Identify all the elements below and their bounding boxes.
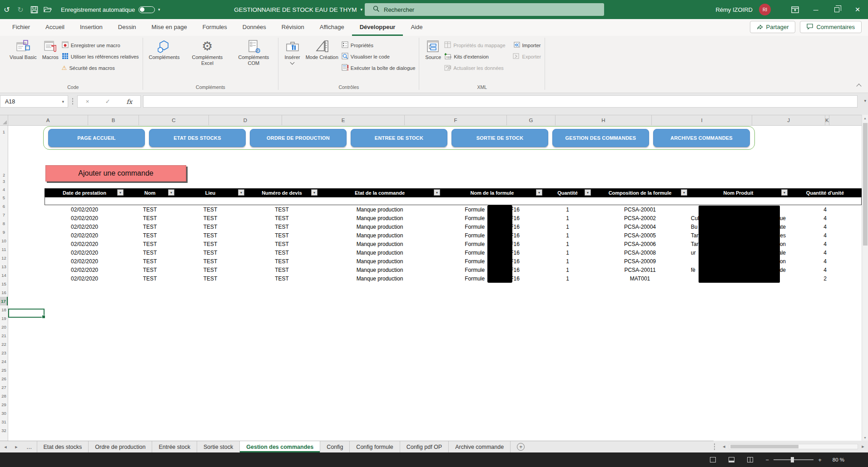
complements-excel-button[interactable]: ⚙ Compléments Excel — [186, 38, 228, 68]
row-header[interactable]: 30 — [0, 409, 8, 418]
importer-button[interactable]: Importer — [513, 41, 541, 49]
column-header[interactable]: F — [405, 115, 507, 125]
record-macro-button[interactable]: Enregistrer une macro — [62, 41, 139, 49]
zoom-slider[interactable] — [774, 459, 813, 460]
row-header[interactable]: 15 — [0, 280, 8, 288]
mode-creation-button[interactable]: Mode Création — [303, 38, 341, 62]
complements-button[interactable]: Compléments — [147, 38, 182, 62]
menu-tab[interactable]: Révision — [274, 19, 312, 36]
share-button[interactable]: Partager — [750, 21, 796, 33]
ribbon-display-options-icon[interactable] — [784, 0, 805, 19]
zoom-level[interactable]: 80 % — [833, 457, 844, 462]
macro-security-button[interactable]: ⚠ Sécurité des macros — [62, 64, 139, 72]
filter-dropdown-icon[interactable]: ▼ — [168, 189, 174, 196]
insert-function-icon[interactable]: fx — [126, 98, 132, 105]
sheet-tab[interactable]: Config — [320, 441, 350, 452]
row-header[interactable]: 7 — [0, 211, 8, 219]
sheet-tab[interactable]: Archive commande — [449, 441, 511, 452]
column-header[interactable]: A — [8, 115, 88, 125]
vertical-scrollbar[interactable]: ▲ ▼ — [862, 115, 868, 441]
avatar[interactable]: RI — [759, 4, 771, 15]
filter-dropdown-icon[interactable]: ▼ — [585, 189, 591, 196]
filter-dropdown-icon[interactable]: ▼ — [681, 189, 687, 196]
menu-tab[interactable]: Développeur — [352, 19, 403, 36]
sheet-nav-button[interactable]: ETAT DES STOCKS — [149, 129, 246, 147]
restore-button[interactable] — [826, 0, 847, 19]
filter-dropdown-icon[interactable]: ▼ — [117, 189, 124, 196]
sheet-tab[interactable]: Config formule — [350, 441, 400, 452]
row-header[interactable]: 13 — [0, 262, 8, 271]
filter-dropdown-icon[interactable]: ▼ — [311, 189, 317, 196]
formula-input[interactable] — [143, 95, 858, 108]
filter-dropdown-icon[interactable]: ▼ — [238, 189, 244, 196]
column-header[interactable]: C — [139, 115, 209, 125]
page-layout-view-icon[interactable] — [729, 457, 734, 462]
user-name[interactable]: Rémy IZOIRD — [715, 6, 753, 13]
comments-button[interactable]: Commentaires — [800, 21, 862, 33]
tab-overflow-button[interactable]: … — [22, 441, 37, 452]
sheet-nav-button[interactable]: GESTION DES COMMANDES — [552, 129, 649, 147]
orders-table-empty-row[interactable] — [45, 197, 862, 205]
column-header[interactable]: J — [752, 115, 825, 125]
sheet-tab[interactable]: Ordre de production — [89, 441, 152, 452]
row-header[interactable]: 28 — [0, 392, 8, 400]
row-header[interactable]: 17 — [0, 297, 8, 305]
name-box[interactable]: A18 ▾ — [0, 95, 68, 108]
splitter-grip[interactable] — [714, 443, 715, 451]
page-break-view-icon[interactable] — [747, 457, 753, 462]
document-title[interactable]: GESTIONNAIRE DE STOCK EAU DE THYM ▾ — [234, 6, 362, 13]
row-header[interactable]: 32 — [0, 426, 8, 435]
normal-view-icon[interactable] — [710, 457, 716, 462]
inserer-button[interactable]: Insérer — [282, 38, 302, 65]
sheet-nav-button[interactable]: PAGE ACCUEIL — [48, 129, 145, 147]
row-header[interactable]: 1 — [0, 126, 8, 138]
menu-tab[interactable]: Affichage — [312, 19, 352, 36]
row-header[interactable]: 5 — [0, 193, 8, 202]
save-icon[interactable] — [27, 3, 41, 16]
row-header[interactable]: 23 — [0, 349, 8, 357]
hscroll-right-icon[interactable]: ► — [858, 444, 868, 449]
row-header[interactable]: 26 — [0, 374, 8, 383]
row-header[interactable]: 2 — [0, 172, 8, 178]
quick-access-chevron-icon[interactable]: ▾ — [152, 3, 166, 16]
row-header[interactable]: 3 — [0, 178, 8, 185]
sheet-tab[interactable]: Config pdf OP — [400, 441, 449, 452]
tab-scroll-right-icon[interactable]: ► — [11, 441, 22, 452]
menu-tab[interactable]: Insertion — [72, 19, 110, 36]
menu-tab[interactable]: Accueil — [38, 19, 72, 36]
row-header[interactable]: 27 — [0, 383, 8, 392]
row-header[interactable]: 14 — [0, 271, 8, 280]
row-header[interactable]: 24 — [0, 357, 8, 366]
horizontal-scrollbar[interactable]: ◄ ► — [714, 441, 868, 452]
menu-tab[interactable]: Fichier — [5, 19, 38, 36]
open-folder-icon[interactable] — [41, 3, 55, 16]
zoom-slider-thumb[interactable] — [791, 457, 794, 462]
namebox-dropdown-icon[interactable]: ▾ — [62, 99, 64, 104]
row-header[interactable]: 25 — [0, 366, 8, 374]
proprietes-button[interactable]: Propriétés — [342, 41, 416, 49]
scroll-down-icon[interactable]: ▼ — [863, 434, 867, 441]
column-header[interactable]: G — [507, 115, 556, 125]
scroll-up-icon[interactable]: ▲ — [863, 115, 867, 121]
formula-bar-expand-icon[interactable]: ▾ — [864, 98, 866, 103]
source-button[interactable]: Source — [423, 38, 443, 62]
row-header[interactable]: 12 — [0, 254, 8, 262]
vertical-scroll-thumb[interactable] — [863, 123, 868, 246]
sheet-nav-button[interactable]: ENTREE DE STOCK — [351, 129, 447, 147]
filter-dropdown-icon[interactable]: ▼ — [434, 189, 440, 196]
filter-dropdown-icon[interactable]: ▼ — [781, 189, 788, 196]
sheet-nav-button[interactable]: ORDRE DE PRODUCTION — [250, 129, 347, 147]
row-header[interactable]: 10 — [0, 236, 8, 245]
menu-tab[interactable]: Formules — [195, 19, 235, 36]
row-header[interactable]: 19 — [0, 314, 8, 323]
hscroll-left-icon[interactable]: ◄ — [719, 444, 729, 449]
row-header[interactable]: 6 — [0, 202, 8, 211]
row-header[interactable]: 20 — [0, 323, 8, 331]
sheet-nav-button[interactable]: SORTIE DE STOCK — [451, 129, 548, 147]
macros-button[interactable]: Macros — [40, 38, 61, 62]
minimize-button[interactable]: ─ — [805, 0, 826, 19]
redo-icon[interactable]: ↻ — [14, 3, 27, 16]
visualiser-code-button[interactable]: Visualiser le code — [342, 52, 416, 61]
sheet-tab[interactable]: Etat des stocks — [37, 441, 89, 452]
column-header[interactable]: I — [652, 115, 752, 125]
